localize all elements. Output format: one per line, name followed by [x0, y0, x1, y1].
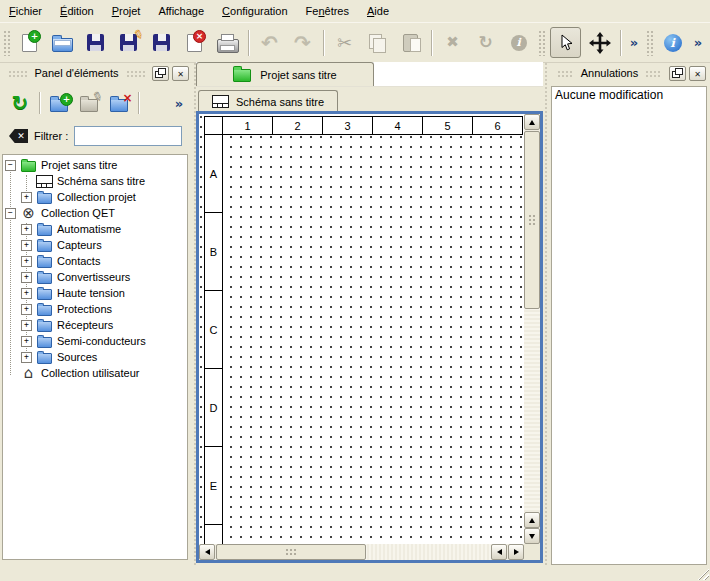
- close-document-button[interactable]: [178, 26, 211, 60]
- tree-item-contacts[interactable]: Contacts: [3, 253, 187, 269]
- elements-panel-titlebar[interactable]: Panel d'éléments: [0, 62, 193, 84]
- tree-item-convertisseurs[interactable]: Convertisseurs: [3, 269, 187, 285]
- about-button[interactable]: i: [656, 26, 689, 60]
- tree-item-collection-utilisateur[interactable]: Collection utilisateur: [3, 365, 187, 381]
- print-icon: [217, 39, 239, 53]
- save-all-button[interactable]: [145, 26, 178, 60]
- dock-splitter[interactable]: [544, 62, 548, 565]
- tree-item-project[interactable]: Projet sans titre: [3, 157, 187, 173]
- dock-splitter[interactable]: [193, 62, 197, 565]
- elements-panel-dock: Panel d'éléments Filtrer : Pro: [0, 62, 193, 565]
- tree-item-schema[interactable]: Schéma sans titre: [3, 173, 187, 189]
- toolbar-drag-handle[interactable]: [646, 30, 653, 56]
- panel-toolbar-overflow-button[interactable]: [170, 88, 188, 118]
- cut-button[interactable]: [328, 26, 361, 60]
- toolbar-drag-handle[interactable]: [538, 30, 545, 56]
- redo-button[interactable]: [286, 26, 319, 60]
- undo-panel-titlebar[interactable]: Annulations: [549, 62, 710, 84]
- delete-category-button[interactable]: [104, 88, 134, 118]
- schema-icon: [36, 175, 53, 188]
- menu-affichage[interactable]: Affichage: [149, 1, 213, 21]
- reload-collections-button[interactable]: [5, 88, 35, 118]
- expand-icon[interactable]: [21, 336, 32, 347]
- element-info-button[interactable]: i: [502, 26, 535, 60]
- menu-edition[interactable]: Édition: [51, 1, 103, 21]
- tab-schema[interactable]: Schéma sans titre: [198, 90, 338, 112]
- expand-icon[interactable]: [21, 192, 32, 203]
- clear-filter-icon[interactable]: [9, 129, 28, 143]
- toolbar-separator: [323, 30, 324, 56]
- rotate-button[interactable]: [469, 26, 502, 60]
- new-document-button[interactable]: [13, 26, 46, 60]
- copy-button[interactable]: [361, 26, 394, 60]
- toolbar-separator: [431, 30, 432, 56]
- tree-item-semi-conducteurs[interactable]: Semi-conducteurs: [3, 333, 187, 349]
- horizontal-scrollbar[interactable]: [199, 544, 524, 560]
- vertical-scrollbar-thumb[interactable]: [524, 131, 540, 309]
- scroll-down-button[interactable]: [524, 528, 540, 544]
- scroll-up-button[interactable]: [524, 512, 540, 528]
- expand-icon[interactable]: [21, 320, 32, 331]
- tab-project[interactable]: Projet sans titre: [196, 62, 374, 86]
- menu-configuration[interactable]: Configuration: [213, 1, 296, 21]
- tree-item-protections[interactable]: Protections: [3, 301, 187, 317]
- select-mode-button[interactable]: [550, 27, 581, 58]
- expand-icon[interactable]: [21, 224, 32, 235]
- tree-item-recepteurs[interactable]: Récepteurs: [3, 317, 187, 333]
- toolbar-drag-handle[interactable]: [3, 30, 10, 56]
- filter-input[interactable]: [74, 126, 182, 146]
- paste-button[interactable]: [394, 26, 427, 60]
- menu-fichier[interactable]: Fichier: [0, 1, 51, 21]
- tree-item-sources[interactable]: Sources: [3, 349, 187, 365]
- close-panel-button[interactable]: [172, 66, 189, 81]
- delete-button[interactable]: [436, 26, 469, 60]
- scroll-right-button[interactable]: [508, 544, 524, 560]
- float-panel-button[interactable]: [152, 66, 169, 81]
- row-header: A: [204, 134, 223, 213]
- toolbar-overflow-button[interactable]: [689, 26, 707, 60]
- edit-category-button[interactable]: [74, 88, 104, 118]
- tree-item-capteurs[interactable]: Capteurs: [3, 237, 187, 253]
- expand-icon[interactable]: [21, 304, 32, 315]
- tree-item-collection-projet[interactable]: Collection projet: [3, 189, 187, 205]
- open-button[interactable]: [46, 26, 79, 60]
- new-category-button[interactable]: [44, 88, 74, 118]
- undo-history-list[interactable]: Aucune modification: [551, 86, 707, 565]
- row-header: E: [204, 446, 223, 525]
- scroll-left-button[interactable]: [491, 544, 507, 560]
- toolbar-overflow-button[interactable]: [625, 26, 643, 60]
- vertical-scrollbar[interactable]: [524, 114, 540, 544]
- tree-item-collection-qet[interactable]: Collection QET: [3, 205, 187, 221]
- menu-projet[interactable]: Projet: [103, 1, 150, 21]
- float-panel-button[interactable]: [669, 66, 686, 81]
- move-mode-button[interactable]: [583, 26, 616, 60]
- collapse-icon[interactable]: [5, 160, 16, 171]
- home-icon: [24, 366, 34, 381]
- expand-icon[interactable]: [21, 256, 32, 267]
- resize-grip-icon[interactable]: [696, 567, 709, 580]
- menu-fenetres[interactable]: Fenêtres: [297, 1, 358, 21]
- expand-icon[interactable]: [21, 240, 32, 251]
- paste-icon: [403, 34, 418, 52]
- titlebar-texture: [645, 70, 662, 77]
- horizontal-scrollbar-thumb[interactable]: [216, 544, 366, 560]
- collapse-icon[interactable]: [5, 208, 16, 219]
- scroll-left-button[interactable]: [199, 544, 215, 560]
- menu-aide[interactable]: Aide: [358, 1, 398, 21]
- thumb-grip: [285, 548, 297, 557]
- tree-item-automatisme[interactable]: Automatisme: [3, 221, 187, 237]
- schema-drawing-area[interactable]: 1 2 3 4 5 6 A B C D E: [199, 114, 524, 544]
- tree-item-haute-tension[interactable]: Haute tension: [3, 285, 187, 301]
- save-button[interactable]: [79, 26, 112, 60]
- undo-panel-title: Annulations: [581, 67, 639, 79]
- expand-icon[interactable]: [21, 272, 32, 283]
- print-button[interactable]: [211, 26, 244, 60]
- expand-icon[interactable]: [21, 352, 32, 363]
- save-as-button[interactable]: [112, 26, 145, 60]
- undo-button[interactable]: [253, 26, 286, 60]
- expand-icon[interactable]: [21, 288, 32, 299]
- save-icon: [87, 34, 104, 51]
- scroll-up-button[interactable]: [524, 114, 540, 130]
- column-header: 6: [472, 116, 523, 135]
- close-panel-button[interactable]: [689, 66, 706, 81]
